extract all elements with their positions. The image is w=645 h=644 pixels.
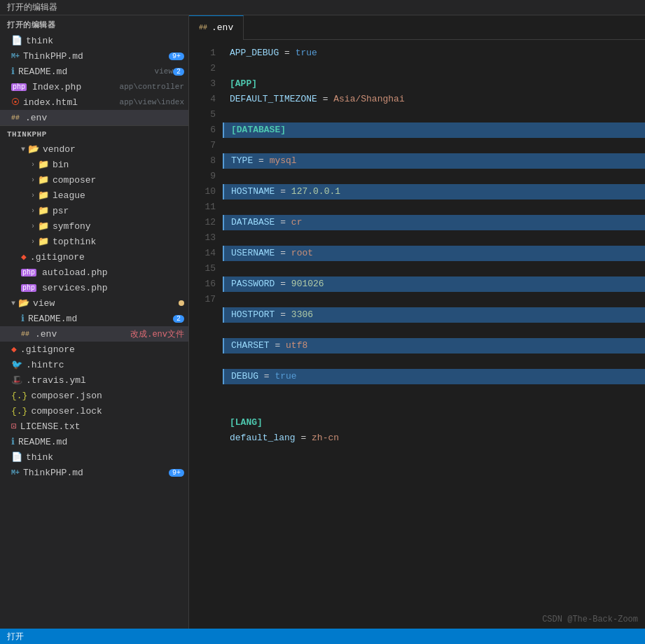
sidebar-item-license[interactable]: ⊡ LICENSE.txt bbox=[0, 419, 188, 434]
folder-icon: 📁 bbox=[38, 236, 49, 247]
chevron-icon: › bbox=[31, 192, 35, 200]
html-icon: ⦿ bbox=[11, 97, 20, 108]
sidebar-item-composer-lock[interactable]: {.} composer.lock bbox=[0, 403, 188, 419]
sidebar-item-label: README.md bbox=[18, 437, 184, 447]
php-icon: php bbox=[11, 83, 27, 91]
info-icon: ℹ bbox=[11, 436, 15, 447]
php-icon: php bbox=[21, 269, 36, 276]
chevron-icon: › bbox=[31, 176, 35, 184]
sidebar-item-label: vendor bbox=[43, 144, 184, 155]
sublabel: app\view\index bbox=[120, 98, 184, 106]
sidebar-item-think-root[interactable]: 📄 think bbox=[0, 449, 188, 465]
file-icon: 📄 bbox=[11, 35, 22, 46]
sidebar-item-label: .gitignore bbox=[20, 344, 184, 355]
folder-icon: 📁 bbox=[38, 190, 49, 201]
opened-editors-label: 打开的编辑器 bbox=[0, 15, 188, 33]
sidebar-item-league[interactable]: › 📁 league bbox=[0, 188, 188, 203]
sidebar-item-label: think bbox=[26, 36, 184, 46]
folder-icon: 📁 bbox=[38, 205, 49, 216]
sidebar-item-readme-root[interactable]: ℹ README.md bbox=[0, 434, 188, 449]
md-icon: M+ bbox=[11, 52, 20, 60]
git-icon: ◆ bbox=[11, 344, 17, 355]
status-label: 打开 bbox=[7, 631, 24, 643]
git-icon: ◆ bbox=[21, 251, 27, 262]
thinkphp-section-label: THINKPHP bbox=[0, 126, 188, 141]
line-3: [APP] bbox=[230, 78, 257, 89]
folder-icon: 📂 bbox=[28, 144, 39, 155]
badge: 2 bbox=[173, 315, 184, 323]
sidebar-item-symfony[interactable]: › 📁 symfony bbox=[0, 218, 188, 234]
line-8: HOSTNAME = 127.0.0.1 bbox=[223, 184, 645, 200]
sidebar-item-view-readme[interactable]: ℹ README.md 2 bbox=[0, 311, 188, 326]
sidebar-item-view[interactable]: ▼ 📂 view bbox=[0, 295, 188, 311]
sidebar-item-think[interactable]: 📄 think bbox=[0, 33, 188, 48]
sublabel: app\controller bbox=[120, 83, 184, 91]
sidebar-item-label: .travis.yml bbox=[26, 375, 184, 386]
chevron-icon: › bbox=[31, 238, 35, 246]
sidebar-item-label: bin bbox=[53, 160, 184, 170]
sidebar-item-label: topthink bbox=[53, 237, 184, 247]
watermark: CSDN @The-Back-Zoom bbox=[542, 615, 638, 624]
tab-env[interactable]: ## .env bbox=[189, 15, 244, 40]
sidebar-item-label: composer bbox=[53, 175, 184, 186]
env-annotation: 改成.env文件 bbox=[130, 328, 184, 340]
sidebar: 打开的编辑器 📄 think M+ ThinkPHP.md 9+ ℹ READM… bbox=[0, 15, 189, 629]
line-13: CHARSET = utf8 bbox=[223, 338, 645, 354]
sidebar-item-label: LICENSE.txt bbox=[20, 421, 184, 432]
travis-icon: 🎩 bbox=[11, 374, 22, 386]
badge: 2 bbox=[173, 68, 184, 76]
sidebar-item-label: autoload.php bbox=[42, 267, 184, 278]
sidebar-item-thinkphp-md-root[interactable]: M+ ThinkPHP.md 9+ bbox=[0, 465, 188, 480]
chevron-icon: ▼ bbox=[21, 146, 25, 153]
sidebar-item-label: .gitignore bbox=[30, 252, 184, 262]
badge: 9+ bbox=[169, 469, 184, 477]
sidebar-item-autoload-tp[interactable]: php autoload.php bbox=[0, 265, 188, 280]
modified-dot bbox=[179, 300, 184, 306]
sidebar-item-view-env[interactable]: ## .env 改成.env文件 bbox=[0, 326, 188, 342]
license-icon: ⊡ bbox=[11, 421, 17, 432]
info-icon: ℹ bbox=[21, 313, 25, 324]
hint-icon: 🐦 bbox=[11, 359, 22, 370]
sidebar-item-services-tp[interactable]: php services.php bbox=[0, 280, 188, 295]
sidebar-item-psr[interactable]: › 📁 psr bbox=[0, 203, 188, 218]
env-icon: ## bbox=[11, 114, 20, 122]
sidebar-item-label: .env bbox=[35, 329, 125, 340]
sidebar-item-thinkphp-md[interactable]: M+ ThinkPHP.md 9+ bbox=[0, 48, 188, 64]
sidebar-item-label: README.md bbox=[28, 314, 173, 324]
chevron-icon: › bbox=[31, 207, 35, 215]
sidebar-item-composer[interactable]: › 📁 composer bbox=[0, 172, 188, 188]
folder-icon: 📁 bbox=[38, 220, 49, 232]
line-6: [DATABASE] bbox=[223, 122, 645, 138]
sidebar-item-index-html[interactable]: ⦿ index.html app\view\index bbox=[0, 94, 188, 110]
top-bar: 打开的编辑器 bbox=[0, 0, 645, 15]
sidebar-item-topthink[interactable]: › 📁 topthink bbox=[0, 234, 188, 249]
line-14: DEBUG = true bbox=[223, 369, 645, 384]
sidebar-item-label: symfony bbox=[53, 221, 184, 232]
php-icon: php bbox=[21, 284, 36, 292]
sidebar-item-composer-json[interactable]: {.} composer.json bbox=[0, 388, 188, 403]
sidebar-item-gitignore-tp[interactable]: ◆ .gitignore bbox=[0, 249, 188, 265]
json-icon: {.} bbox=[11, 406, 27, 416]
file-icon: 📄 bbox=[11, 451, 22, 463]
sidebar-item-env-open[interactable]: ## .env bbox=[0, 110, 188, 125]
sidebar-item-gitignore-root[interactable]: ◆ .gitignore bbox=[0, 342, 188, 357]
sidebar-item-hintrc[interactable]: 🐦 .hintrc bbox=[0, 357, 188, 372]
sidebar-item-label: think bbox=[26, 452, 184, 463]
sidebar-item-bin[interactable]: › 📁 bin bbox=[0, 157, 188, 172]
badge: 9+ bbox=[169, 52, 184, 60]
sidebar-item-label: view bbox=[33, 298, 179, 309]
sidebar-item-travis[interactable]: 🎩 .travis.yml bbox=[0, 372, 188, 388]
sublabel: view bbox=[155, 67, 173, 76]
sidebar-item-vendor[interactable]: ▼ 📂 vendor bbox=[0, 141, 188, 157]
sidebar-item-label: league bbox=[53, 190, 184, 201]
folder-icon: 📁 bbox=[38, 159, 49, 170]
editor-container: ## .env 1 2 3 4 5 6 7 8 9 10 11 12 13 14… bbox=[189, 15, 645, 629]
code-content[interactable]: APP_DEBUG = true [APP] DEFAULT_TIMEZONE … bbox=[223, 40, 645, 629]
sidebar-item-label: ThinkPHP.md bbox=[23, 468, 169, 478]
sidebar-item-index-php[interactable]: php Index.php app\controller bbox=[0, 79, 188, 94]
md-icon: M+ bbox=[11, 469, 20, 477]
info-icon: ℹ bbox=[11, 66, 15, 77]
line-10: USERNAME = root bbox=[223, 246, 645, 261]
env-icon: ## bbox=[21, 330, 29, 338]
sidebar-item-readme-md[interactable]: ℹ README.md view 2 bbox=[0, 64, 188, 79]
